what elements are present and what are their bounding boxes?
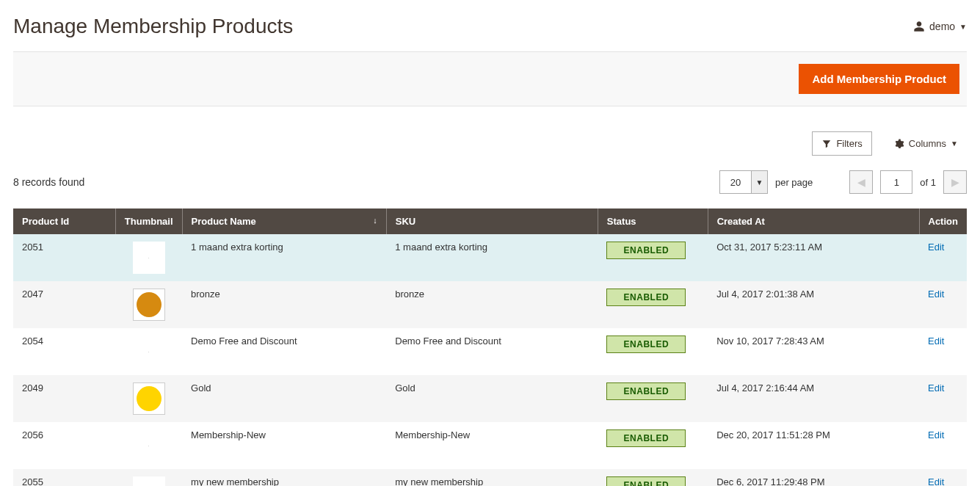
cell-status: ENABLED xyxy=(598,234,708,281)
status-badge: ENABLED xyxy=(606,382,686,400)
cell-name: 1 maand extra korting xyxy=(182,234,386,281)
col-header-status[interactable]: Status xyxy=(598,208,708,234)
cell-id: 2051 xyxy=(13,234,115,281)
cell-action: Edit xyxy=(919,234,967,281)
table-row[interactable]: 2047bronzebronzeENABLEDJul 4, 2017 2:01:… xyxy=(13,281,967,328)
table-row[interactable]: 2049GoldGoldENABLEDJul 4, 2017 2:16:44 A… xyxy=(13,375,967,422)
cell-status: ENABLED xyxy=(598,375,708,422)
cell-status: ENABLED xyxy=(598,469,708,486)
cell-created: Nov 10, 2017 7:28:43 AM xyxy=(708,328,919,375)
cell-id: 2056 xyxy=(13,422,115,469)
cell-action: Edit xyxy=(919,422,967,469)
filters-button[interactable]: Filters xyxy=(812,131,871,156)
cell-id: 2047 xyxy=(13,281,115,328)
status-badge: ENABLED xyxy=(606,336,686,353)
thumbnail-empty: · xyxy=(133,336,165,368)
thumbnail-gold xyxy=(133,382,165,415)
cell-name: Demo Free and Discount xyxy=(182,328,386,375)
user-name: demo xyxy=(929,21,955,32)
cell-thumb xyxy=(115,375,182,422)
cell-sku: 1 maand extra korting xyxy=(386,234,598,281)
cell-sku: my new membership xyxy=(386,469,598,486)
status-badge: ENABLED xyxy=(606,476,686,486)
col-header-sku[interactable]: SKU xyxy=(386,208,598,234)
thumbnail-empty: · xyxy=(133,242,165,274)
chevron-left-icon: ◀ xyxy=(857,176,865,188)
edit-link[interactable]: Edit xyxy=(928,242,944,253)
cell-thumb xyxy=(115,281,182,328)
cell-name: bronze xyxy=(182,281,386,328)
table-row[interactable]: 2055·my new membershipmy new membershipE… xyxy=(13,469,967,486)
page-size-dropdown[interactable]: ▼ xyxy=(752,170,768,194)
status-badge: ENABLED xyxy=(606,242,686,259)
funnel-icon xyxy=(821,139,832,149)
cell-action: Edit xyxy=(919,281,967,328)
cell-thumb: · xyxy=(115,469,182,486)
col-header-name[interactable]: Product Name ↓ xyxy=(182,208,386,234)
page-title: Manage Membership Products xyxy=(13,15,293,38)
cell-name: Gold xyxy=(182,375,386,422)
edit-link[interactable]: Edit xyxy=(928,429,944,440)
cell-name: my new membership xyxy=(182,469,386,486)
chevron-down-icon: ▼ xyxy=(756,178,763,186)
cell-sku: Demo Free and Discount xyxy=(386,328,598,375)
cell-thumb: · xyxy=(115,234,182,281)
columns-button[interactable]: Columns ▼ xyxy=(885,132,967,155)
cell-sku: Gold xyxy=(386,375,598,422)
chevron-down-icon: ▼ xyxy=(959,23,967,31)
cell-id: 2054 xyxy=(13,328,115,375)
cell-id: 2049 xyxy=(13,375,115,422)
next-page-button[interactable]: ▶ xyxy=(943,170,967,194)
edit-link[interactable]: Edit xyxy=(928,289,944,300)
table-row[interactable]: 2056·Membership-NewMembership-NewENABLED… xyxy=(13,422,967,469)
chevron-right-icon: ▶ xyxy=(951,176,959,188)
prev-page-button[interactable]: ◀ xyxy=(849,170,873,194)
cell-name: Membership-New xyxy=(182,422,386,469)
edit-link[interactable]: Edit xyxy=(928,476,944,486)
user-icon xyxy=(913,21,925,32)
cell-sku: bronze xyxy=(386,281,598,328)
filters-label: Filters xyxy=(836,138,862,149)
chevron-down-icon: ▼ xyxy=(951,139,958,148)
thumbnail-empty: · xyxy=(133,476,165,486)
cell-created: Jul 4, 2017 2:01:38 AM xyxy=(708,281,919,328)
cell-id: 2055 xyxy=(13,469,115,486)
cell-action: Edit xyxy=(919,328,967,375)
col-header-id[interactable]: Product Id xyxy=(13,208,115,234)
add-membership-product-button[interactable]: Add Membership Product xyxy=(799,64,959,94)
page-number-input[interactable] xyxy=(880,170,912,194)
cell-created: Jul 4, 2017 2:16:44 AM xyxy=(708,375,919,422)
cell-created: Oct 31, 2017 5:23:11 AM xyxy=(708,234,919,281)
of-label: of 1 xyxy=(920,177,936,188)
status-badge: ENABLED xyxy=(606,289,686,306)
col-header-action[interactable]: Action xyxy=(919,208,967,234)
edit-link[interactable]: Edit xyxy=(928,336,944,347)
table-row[interactable]: 2051·1 maand extra korting1 maand extra … xyxy=(13,234,967,281)
thumbnail-bronze xyxy=(133,289,165,321)
cell-created: Dec 6, 2017 11:29:48 PM xyxy=(708,469,919,486)
cell-thumb: · xyxy=(115,328,182,375)
col-header-thumb[interactable]: Thumbnail xyxy=(115,208,182,234)
cell-status: ENABLED xyxy=(598,422,708,469)
per-page-label: per page xyxy=(775,177,813,188)
cell-sku: Membership-New xyxy=(386,422,598,469)
user-menu[interactable]: demo ▼ xyxy=(913,21,967,32)
edit-link[interactable]: Edit xyxy=(928,382,944,393)
cell-thumb: · xyxy=(115,422,182,469)
product-table: Product Id Thumbnail Product Name ↓ SKU … xyxy=(13,208,967,486)
cell-created: Dec 20, 2017 11:51:28 PM xyxy=(708,422,919,469)
cell-status: ENABLED xyxy=(598,281,708,328)
cell-action: Edit xyxy=(919,469,967,486)
thumbnail-empty: · xyxy=(133,429,165,462)
status-badge: ENABLED xyxy=(606,429,686,447)
page-size-input[interactable] xyxy=(719,170,752,194)
columns-label: Columns xyxy=(909,138,946,149)
cell-status: ENABLED xyxy=(598,328,708,375)
sort-arrow-down-icon: ↓ xyxy=(373,216,377,225)
col-header-created[interactable]: Created At xyxy=(708,208,919,234)
table-row[interactable]: 2054·Demo Free and DiscountDemo Free and… xyxy=(13,328,967,375)
cell-action: Edit xyxy=(919,375,967,422)
records-count: 8 records found xyxy=(13,176,84,188)
gear-icon xyxy=(894,139,904,149)
